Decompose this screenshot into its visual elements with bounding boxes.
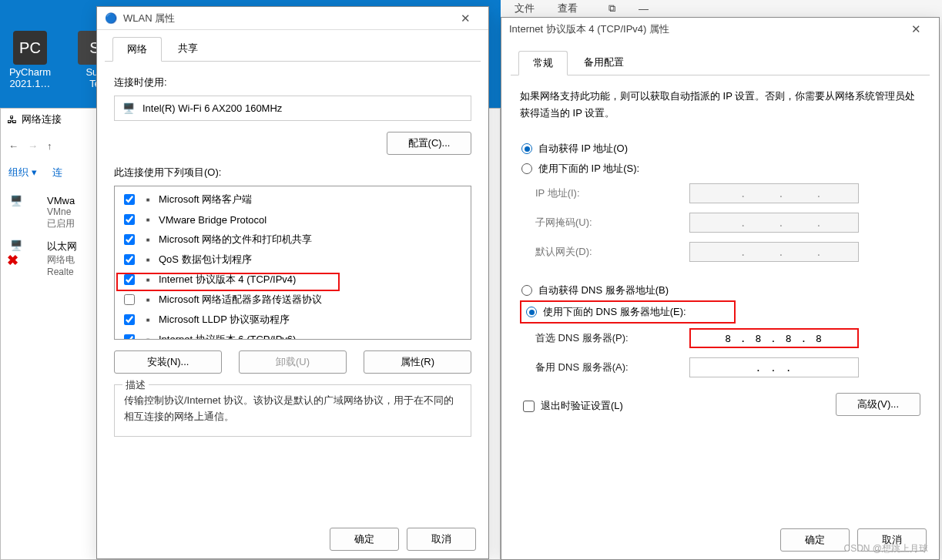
connect-btn[interactable]: 连 bbox=[52, 166, 62, 179]
tcp-info-text: 如果网络支持此功能，则可以获取自动指派的 IP 设置。否则，你需要从网络系统管理… bbox=[520, 88, 920, 122]
component-checkbox[interactable] bbox=[124, 214, 135, 225]
pycharm-icon[interactable]: PC PyCharm 2021.1… bbox=[3, 31, 57, 89]
menu-view[interactable]: 查看 bbox=[558, 2, 578, 15]
list-item[interactable]: ▪️Microsoft 网络客户端 bbox=[116, 189, 469, 210]
watermark: CSDN @想跳上月球 bbox=[843, 542, 928, 555]
gateway-input: . . . bbox=[689, 242, 859, 262]
list-item[interactable]: ▪️VMware Bridge Protocol bbox=[116, 210, 469, 230]
adapter-box: 🖥️ Intel(R) Wi-Fi 6 AX200 160MHz bbox=[114, 96, 471, 121]
adapter-name: VMwa bbox=[47, 195, 75, 206]
list-item[interactable]: ▪️Internet 协议版本 6 (TCP/IPv6) bbox=[116, 330, 469, 340]
list-item[interactable]: ▪️Microsoft 网络的文件和打印机共享 bbox=[116, 230, 469, 250]
component-icon: ▪️ bbox=[142, 334, 154, 340]
menu-file[interactable]: 文件 bbox=[515, 2, 535, 15]
radio-icon bbox=[521, 285, 532, 296]
component-label: Internet 协议版本 6 (TCP/IPv6) bbox=[159, 333, 296, 340]
dns2-label: 备用 DNS 服务器(A): bbox=[535, 360, 689, 374]
disconnected-icon: ✖ bbox=[7, 252, 18, 269]
adapter-name: Intel(R) Wi-Fi 6 AX200 160MHz bbox=[142, 102, 282, 114]
component-icon: ▪️ bbox=[142, 234, 154, 245]
component-label: Microsoft 网络客户端 bbox=[159, 193, 252, 206]
dns2-input[interactable]: . . . bbox=[689, 357, 859, 377]
dns1-input[interactable]: 8 . 8 . 8 . 8 bbox=[689, 328, 859, 348]
radio-icon bbox=[521, 163, 532, 174]
advanced-button[interactable]: 高级(V)... bbox=[836, 393, 920, 416]
fwd-icon[interactable]: → bbox=[28, 140, 38, 152]
explorer-title: 网络连接 bbox=[22, 112, 62, 126]
ok-button[interactable]: 确定 bbox=[330, 528, 399, 551]
ip-input: . . . bbox=[689, 183, 859, 203]
items-label: 此连接使用下列项目(O): bbox=[114, 166, 471, 179]
radio-auto-ip[interactable]: 自动获得 IP 地址(O) bbox=[520, 139, 920, 159]
nic-icon: 🖧 bbox=[7, 114, 17, 126]
connect-using-label: 连接时使用: bbox=[114, 75, 471, 89]
component-label: QoS 数据包计划程序 bbox=[159, 253, 252, 267]
list-item[interactable]: ▪️QoS 数据包计划程序 bbox=[116, 250, 469, 270]
radio-icon bbox=[526, 307, 537, 317]
cancel-button[interactable]: 取消 bbox=[407, 528, 476, 551]
organize-btn[interactable]: 组织 ▾ bbox=[8, 166, 37, 179]
radio-icon bbox=[521, 143, 532, 154]
adapter-name: 以太网 bbox=[47, 240, 77, 253]
pycharm-label2: 2021.1… bbox=[3, 78, 57, 89]
tab-sharing[interactable]: 共享 bbox=[163, 36, 213, 61]
close-icon[interactable]: ✕ bbox=[900, 22, 931, 36]
dns1-label: 首选 DNS 服务器(P): bbox=[535, 331, 689, 345]
component-checkbox[interactable] bbox=[124, 234, 135, 245]
tab-general[interactable]: 常规 bbox=[518, 51, 568, 75]
checkbox-icon bbox=[523, 401, 535, 412]
up-icon[interactable]: ↑ bbox=[47, 140, 52, 152]
wifi-icon: 🔵 bbox=[105, 12, 117, 24]
component-label: VMware Bridge Protocol bbox=[159, 214, 267, 226]
component-icon: ▪️ bbox=[142, 214, 154, 225]
radio-manual-dns[interactable]: 使用下面的 DNS 服务器地址(E): bbox=[520, 300, 736, 324]
configure-button[interactable]: 配置(C)... bbox=[387, 132, 471, 155]
nic-icon: 🖥️ bbox=[122, 102, 135, 114]
list-item[interactable]: ▪️Microsoft 网络适配器多路传送器协议 bbox=[116, 290, 469, 310]
tcp-title: Internet 协议版本 4 (TCP/IPv4) 属性 bbox=[509, 22, 894, 36]
wlan-title: WLAN 属性 bbox=[123, 12, 444, 25]
component-icon: ▪️ bbox=[142, 254, 154, 265]
properties-button[interactable]: 属性(R) bbox=[364, 350, 471, 374]
component-checkbox[interactable] bbox=[124, 194, 135, 205]
install-button[interactable]: 安装(N)... bbox=[114, 350, 222, 374]
top-window-menu: 文件 查看 ⧉— bbox=[508, 0, 649, 17]
ok-button[interactable]: 确定 bbox=[780, 528, 850, 552]
tcpipv4-properties-dialog: Internet 协议版本 4 (TCP/IPv4) 属性 ✕ 常规 备用配置 … bbox=[501, 17, 940, 560]
component-icon: ▪️ bbox=[142, 194, 154, 205]
mask-input: . . . bbox=[689, 213, 859, 233]
list-item[interactable]: ▪️Internet 协议版本 4 (TCP/IPv4) bbox=[116, 270, 469, 290]
gateway-label: 默认网关(D): bbox=[535, 245, 689, 259]
list-item[interactable]: ▪️Microsoft LLDP 协议驱动程序 bbox=[116, 310, 469, 330]
component-icon: ▪️ bbox=[142, 294, 154, 305]
desc-text: 传输控制协议/Internet 协议。该协议是默认的广域网络协议，用于在不同的相… bbox=[124, 393, 461, 425]
component-checkbox[interactable] bbox=[124, 254, 135, 265]
component-icon: ▪️ bbox=[142, 314, 154, 325]
uninstall-button: 卸载(U) bbox=[239, 350, 347, 374]
component-label: Microsoft 网络的文件和打印机共享 bbox=[159, 233, 312, 246]
wlan-properties-dialog: 🔵 WLAN 属性 ✕ 网络 共享 连接时使用: 🖥️ Intel(R) Wi-… bbox=[96, 6, 489, 559]
component-icon: ▪️ bbox=[142, 274, 154, 285]
components-list[interactable]: ▪️Microsoft 网络客户端▪️VMware Bridge Protoco… bbox=[114, 186, 471, 340]
tab-alternate[interactable]: 备用配置 bbox=[569, 50, 639, 75]
component-label: Microsoft LLDP 协议驱动程序 bbox=[159, 313, 290, 327]
ip-label: IP 地址(I): bbox=[535, 186, 689, 200]
pycharm-label1: PyCharm bbox=[3, 66, 57, 78]
component-checkbox[interactable] bbox=[124, 334, 135, 340]
tab-network[interactable]: 网络 bbox=[112, 37, 162, 62]
desc-legend: 描述 bbox=[122, 378, 149, 392]
component-checkbox[interactable] bbox=[124, 274, 135, 285]
component-label: Microsoft 网络适配器多路传送器协议 bbox=[159, 293, 322, 307]
component-checkbox[interactable] bbox=[124, 294, 135, 305]
radio-manual-ip[interactable]: 使用下面的 IP 地址(S): bbox=[520, 159, 920, 179]
close-icon[interactable]: ✕ bbox=[450, 12, 481, 25]
component-label: Internet 协议版本 4 (TCP/IPv4) bbox=[159, 273, 296, 287]
back-icon[interactable]: ← bbox=[8, 140, 18, 152]
mask-label: 子网掩码(U): bbox=[535, 216, 689, 230]
description-group: 描述 传输控制协议/Internet 协议。该协议是默认的广域网络协议，用于在不… bbox=[114, 384, 471, 437]
component-checkbox[interactable] bbox=[124, 314, 135, 325]
radio-auto-dns[interactable]: 自动获得 DNS 服务器地址(B) bbox=[520, 280, 920, 300]
